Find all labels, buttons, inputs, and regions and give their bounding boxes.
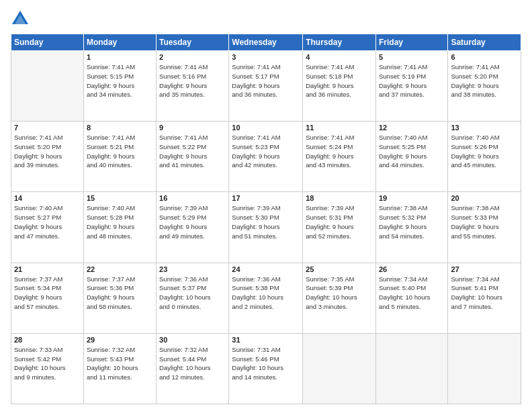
weekday-header-sunday: Sunday xyxy=(11,34,84,51)
day-info: Sunrise: 7:36 AM Sunset: 5:37 PM Dayligh… xyxy=(159,275,226,312)
page: SundayMondayTuesdayWednesdayThursdayFrid… xyxy=(0,0,532,411)
day-info: Sunrise: 7:40 AM Sunset: 5:26 PM Dayligh… xyxy=(451,133,518,170)
day-info: Sunrise: 7:39 AM Sunset: 5:29 PM Dayligh… xyxy=(159,203,226,240)
day-number: 13 xyxy=(451,124,518,132)
day-info: Sunrise: 7:41 AM Sunset: 5:20 PM Dayligh… xyxy=(14,133,81,170)
day-number: 25 xyxy=(306,265,373,273)
day-cell: 29Sunrise: 7:32 AM Sunset: 5:43 PM Dayli… xyxy=(83,333,156,404)
day-cell: 28Sunrise: 7:33 AM Sunset: 5:42 PM Dayli… xyxy=(11,333,84,404)
day-cell: 26Sunrise: 7:34 AM Sunset: 5:40 PM Dayli… xyxy=(375,263,447,333)
day-number: 2 xyxy=(159,53,226,61)
day-info: Sunrise: 7:36 AM Sunset: 5:38 PM Dayligh… xyxy=(232,275,300,312)
day-number: 18 xyxy=(306,194,373,202)
week-row-1: 1Sunrise: 7:41 AM Sunset: 5:15 PM Daylig… xyxy=(11,51,521,122)
day-info: Sunrise: 7:41 AM Sunset: 5:16 PM Dayligh… xyxy=(159,62,226,99)
week-row-3: 14Sunrise: 7:40 AM Sunset: 5:27 PM Dayli… xyxy=(11,192,521,263)
day-cell: 13Sunrise: 7:40 AM Sunset: 5:26 PM Dayli… xyxy=(448,122,521,192)
day-cell xyxy=(11,51,84,122)
day-number: 24 xyxy=(232,265,300,273)
day-number: 3 xyxy=(232,53,300,61)
day-number: 7 xyxy=(14,124,81,132)
day-number: 28 xyxy=(14,336,81,344)
day-info: Sunrise: 7:38 AM Sunset: 5:32 PM Dayligh… xyxy=(379,203,445,240)
day-number: 4 xyxy=(306,53,373,61)
day-info: Sunrise: 7:34 AM Sunset: 5:40 PM Dayligh… xyxy=(379,275,445,312)
weekday-header-saturday: Saturday xyxy=(448,34,521,51)
day-cell: 21Sunrise: 7:37 AM Sunset: 5:34 PM Dayli… xyxy=(11,263,84,333)
day-info: Sunrise: 7:39 AM Sunset: 5:31 PM Dayligh… xyxy=(306,203,373,240)
day-number: 22 xyxy=(87,265,153,273)
weekday-header-monday: Monday xyxy=(83,34,156,51)
day-cell: 18Sunrise: 7:39 AM Sunset: 5:31 PM Dayli… xyxy=(303,192,376,263)
day-number: 6 xyxy=(451,53,518,61)
header xyxy=(11,7,521,28)
day-number: 11 xyxy=(306,124,373,132)
day-cell: 8Sunrise: 7:41 AM Sunset: 5:21 PM Daylig… xyxy=(83,122,156,192)
day-number: 27 xyxy=(451,265,518,273)
day-cell: 12Sunrise: 7:40 AM Sunset: 5:25 PM Dayli… xyxy=(375,122,447,192)
day-info: Sunrise: 7:41 AM Sunset: 5:17 PM Dayligh… xyxy=(232,62,300,99)
week-row-4: 21Sunrise: 7:37 AM Sunset: 5:34 PM Dayli… xyxy=(11,263,521,333)
day-info: Sunrise: 7:37 AM Sunset: 5:36 PM Dayligh… xyxy=(87,275,153,312)
day-cell: 9Sunrise: 7:41 AM Sunset: 5:22 PM Daylig… xyxy=(157,122,229,192)
day-cell: 1Sunrise: 7:41 AM Sunset: 5:15 PM Daylig… xyxy=(83,51,156,122)
day-cell: 15Sunrise: 7:40 AM Sunset: 5:28 PM Dayli… xyxy=(83,192,156,263)
weekday-header-wednesday: Wednesday xyxy=(229,34,303,51)
day-cell: 3Sunrise: 7:41 AM Sunset: 5:17 PM Daylig… xyxy=(229,51,303,122)
day-cell: 24Sunrise: 7:36 AM Sunset: 5:38 PM Dayli… xyxy=(229,263,303,333)
logo-icon xyxy=(11,9,30,28)
weekday-header-friday: Friday xyxy=(375,34,447,51)
day-number: 8 xyxy=(87,124,153,132)
week-row-5: 28Sunrise: 7:33 AM Sunset: 5:42 PM Dayli… xyxy=(11,333,521,404)
day-info: Sunrise: 7:40 AM Sunset: 5:25 PM Dayligh… xyxy=(379,133,445,170)
week-row-2: 7Sunrise: 7:41 AM Sunset: 5:20 PM Daylig… xyxy=(11,122,521,192)
day-cell: 22Sunrise: 7:37 AM Sunset: 5:36 PM Dayli… xyxy=(83,263,156,333)
day-info: Sunrise: 7:31 AM Sunset: 5:46 PM Dayligh… xyxy=(232,345,300,382)
day-number: 19 xyxy=(379,194,445,202)
day-info: Sunrise: 7:33 AM Sunset: 5:42 PM Dayligh… xyxy=(14,345,81,382)
day-cell: 30Sunrise: 7:32 AM Sunset: 5:44 PM Dayli… xyxy=(157,333,229,404)
day-number: 5 xyxy=(379,53,445,61)
day-number: 21 xyxy=(14,265,81,273)
day-cell: 16Sunrise: 7:39 AM Sunset: 5:29 PM Dayli… xyxy=(157,192,229,263)
day-info: Sunrise: 7:41 AM Sunset: 5:19 PM Dayligh… xyxy=(379,62,445,99)
day-cell: 23Sunrise: 7:36 AM Sunset: 5:37 PM Dayli… xyxy=(157,263,229,333)
day-number: 23 xyxy=(159,265,226,273)
day-cell: 25Sunrise: 7:35 AM Sunset: 5:39 PM Dayli… xyxy=(303,263,376,333)
day-cell: 17Sunrise: 7:39 AM Sunset: 5:30 PM Dayli… xyxy=(229,192,303,263)
day-cell: 20Sunrise: 7:38 AM Sunset: 5:33 PM Dayli… xyxy=(448,192,521,263)
day-info: Sunrise: 7:41 AM Sunset: 5:24 PM Dayligh… xyxy=(306,133,373,170)
day-number: 10 xyxy=(232,124,300,132)
day-info: Sunrise: 7:40 AM Sunset: 5:27 PM Dayligh… xyxy=(14,203,81,240)
day-number: 16 xyxy=(159,194,226,202)
day-number: 30 xyxy=(159,336,226,344)
day-number: 15 xyxy=(87,194,153,202)
day-info: Sunrise: 7:39 AM Sunset: 5:30 PM Dayligh… xyxy=(232,203,300,240)
day-number: 1 xyxy=(87,53,153,61)
day-number: 9 xyxy=(159,124,226,132)
day-cell: 4Sunrise: 7:41 AM Sunset: 5:18 PM Daylig… xyxy=(303,51,376,122)
day-cell: 5Sunrise: 7:41 AM Sunset: 5:19 PM Daylig… xyxy=(375,51,447,122)
day-cell: 6Sunrise: 7:41 AM Sunset: 5:20 PM Daylig… xyxy=(448,51,521,122)
day-cell: 31Sunrise: 7:31 AM Sunset: 5:46 PM Dayli… xyxy=(229,333,303,404)
day-info: Sunrise: 7:34 AM Sunset: 5:41 PM Dayligh… xyxy=(451,275,518,312)
day-info: Sunrise: 7:32 AM Sunset: 5:44 PM Dayligh… xyxy=(159,345,226,382)
day-number: 17 xyxy=(232,194,300,202)
day-info: Sunrise: 7:35 AM Sunset: 5:39 PM Dayligh… xyxy=(306,275,373,312)
day-info: Sunrise: 7:37 AM Sunset: 5:34 PM Dayligh… xyxy=(14,275,81,312)
day-number: 26 xyxy=(379,265,445,273)
day-number: 29 xyxy=(87,336,153,344)
logo xyxy=(11,9,32,28)
day-info: Sunrise: 7:32 AM Sunset: 5:43 PM Dayligh… xyxy=(87,345,153,382)
day-info: Sunrise: 7:41 AM Sunset: 5:22 PM Dayligh… xyxy=(159,133,226,170)
weekday-header-tuesday: Tuesday xyxy=(157,34,229,51)
day-info: Sunrise: 7:41 AM Sunset: 5:20 PM Dayligh… xyxy=(451,62,518,99)
day-info: Sunrise: 7:41 AM Sunset: 5:23 PM Dayligh… xyxy=(232,133,300,170)
day-info: Sunrise: 7:41 AM Sunset: 5:15 PM Dayligh… xyxy=(87,62,153,99)
day-cell: 2Sunrise: 7:41 AM Sunset: 5:16 PM Daylig… xyxy=(157,51,229,122)
day-cell xyxy=(448,333,521,404)
day-number: 20 xyxy=(451,194,518,202)
weekday-header-thursday: Thursday xyxy=(303,34,376,51)
day-info: Sunrise: 7:38 AM Sunset: 5:33 PM Dayligh… xyxy=(451,203,518,240)
day-info: Sunrise: 7:41 AM Sunset: 5:21 PM Dayligh… xyxy=(87,133,153,170)
